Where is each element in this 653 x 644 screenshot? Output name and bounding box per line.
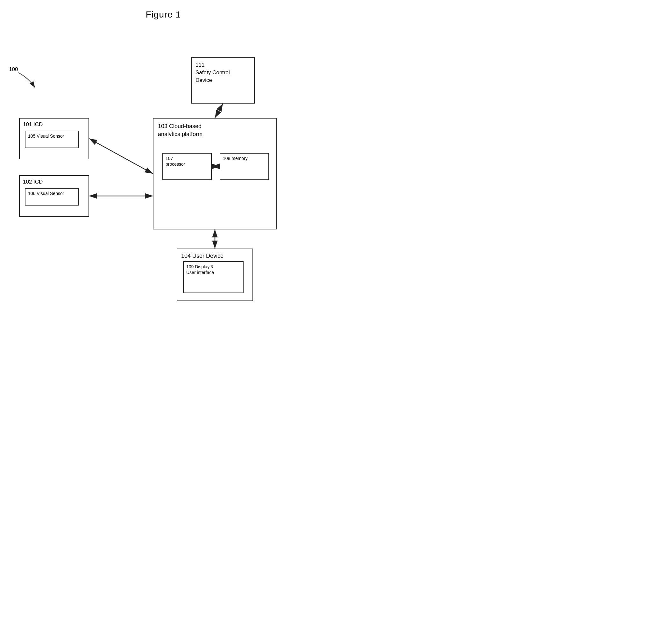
label-100: 100 xyxy=(9,66,18,73)
label-101: 101 ICD xyxy=(20,118,89,131)
svg-line-2 xyxy=(215,104,223,118)
box-111: 111Safety ControlDevice xyxy=(191,58,255,104)
label-106: 106 Visual Sensor xyxy=(25,189,78,198)
label-103: 103 Cloud-basedanalytics platform xyxy=(153,118,276,142)
label-104: 104 User Device xyxy=(177,249,252,263)
label-109: 109 Display &User interface xyxy=(184,262,243,277)
label-102: 102 ICD xyxy=(20,176,89,188)
label-105: 105 Visual Sensor xyxy=(25,131,78,141)
label-108: 108 memory xyxy=(220,154,268,163)
figure-title: Figure 1 xyxy=(0,0,326,20)
label-111: 111Safety ControlDevice xyxy=(192,58,254,87)
svg-line-3 xyxy=(89,139,153,174)
box-106: 106 Visual Sensor xyxy=(25,188,79,206)
box-108: 108 memory xyxy=(220,153,269,180)
label-107: 107processor xyxy=(163,154,211,169)
box-107: 107processor xyxy=(162,153,212,180)
box-109: 109 Display &User interface xyxy=(183,261,244,293)
box-105: 105 Visual Sensor xyxy=(25,131,79,148)
